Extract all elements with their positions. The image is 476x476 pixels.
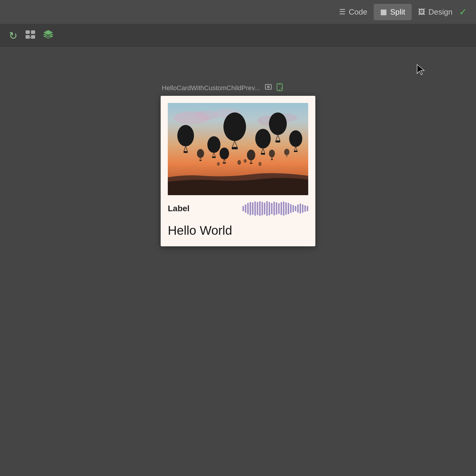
preview-filename: HelloCardWithCustomChildPrev...: [162, 84, 260, 92]
svg-point-51: [247, 150, 255, 160]
svg-rect-42: [212, 156, 216, 158]
svg-point-55: [197, 149, 204, 158]
device-preview-icon[interactable]: [265, 84, 272, 93]
svg-rect-46: [261, 153, 265, 155]
layers-icon[interactable]: [43, 30, 53, 41]
svg-rect-62: [271, 159, 273, 160]
refresh-icon[interactable]: ↻: [9, 30, 17, 42]
wave-bar: [288, 203, 289, 214]
layout-icon[interactable]: [26, 30, 35, 41]
top-toolbar: ☰ Code ▦ Split 🖼 Design ✓: [0, 0, 476, 24]
wave-bar: [297, 204, 299, 213]
wave-bar: [254, 201, 256, 216]
mobile-preview-icon[interactable]: [277, 83, 283, 93]
svg-point-66: [237, 160, 241, 165]
wave-bar: [276, 202, 277, 215]
svg-point-63: [284, 149, 289, 155]
wave-bar: [242, 206, 244, 211]
wave-bar: [283, 201, 284, 216]
wave-bar: [245, 204, 246, 213]
svg-point-35: [289, 130, 302, 147]
svg-point-23: [223, 112, 246, 141]
wave-bar: [252, 202, 253, 215]
wave-bar: [259, 201, 261, 216]
split-mode-button[interactable]: ▦ Split: [374, 4, 412, 20]
svg-point-47: [220, 148, 229, 159]
wave-bar: [262, 202, 263, 215]
preview-label-row: HelloCardWithCustomChildPrev...: [161, 83, 283, 93]
svg-point-67: [244, 159, 247, 163]
wave-bar: [266, 201, 268, 216]
svg-rect-14: [279, 84, 281, 85]
wave-bar: [300, 203, 301, 214]
split-icon: ▦: [380, 8, 387, 16]
mode-buttons: ☰ Code ▦ Split 🖼 Design ✓: [333, 4, 467, 20]
wave-bar: [292, 205, 294, 212]
confirm-icon[interactable]: ✓: [459, 6, 467, 18]
wave-bar: [281, 202, 282, 215]
wave-bar: [247, 203, 249, 214]
wave-bar: [269, 202, 270, 215]
svg-rect-0: [26, 30, 30, 34]
svg-point-43: [255, 129, 271, 148]
card-label: Label: [168, 204, 190, 213]
split-label: Split: [390, 7, 405, 17]
code-label: Code: [349, 7, 367, 17]
design-mode-button[interactable]: 🖼 Design: [412, 4, 459, 20]
svg-rect-50: [223, 162, 226, 164]
svg-point-68: [259, 162, 262, 166]
svg-point-31: [269, 112, 287, 135]
svg-point-39: [207, 136, 220, 153]
wave-bar: [271, 203, 273, 214]
preview-container: HelloCardWithCustomChildPrev...: [161, 83, 315, 246]
wave-bar: [295, 206, 296, 211]
wave-bar: [278, 203, 280, 214]
svg-rect-26: [232, 147, 238, 149]
wave-bar: [257, 202, 258, 215]
svg-point-69: [217, 162, 220, 166]
design-icon: 🖼: [418, 8, 425, 16]
svg-point-12: [268, 86, 269, 87]
wave-bar: [302, 204, 303, 213]
wave-bar: [304, 205, 306, 212]
wave-bar: [290, 204, 292, 213]
design-label: Design: [428, 7, 452, 17]
svg-point-27: [177, 125, 194, 146]
wave-bar: [307, 206, 308, 211]
card-title: Hello World: [168, 223, 308, 238]
code-mode-button[interactable]: ☰ Code: [333, 4, 374, 20]
wave-bar: [273, 202, 275, 215]
card-body: Label Hello World: [161, 195, 315, 246]
wave-bar: [250, 202, 251, 215]
svg-rect-38: [294, 151, 298, 152]
waveform: [242, 201, 308, 216]
svg-rect-30: [184, 151, 188, 153]
svg-rect-34: [275, 140, 280, 143]
svg-rect-58: [200, 160, 202, 161]
card: Label Hello World: [161, 96, 315, 246]
secondary-toolbar: ↻: [0, 24, 476, 48]
card-label-row: Label: [168, 201, 308, 216]
svg-rect-1: [31, 30, 35, 34]
canvas-area: HelloCardWithCustomChildPrev...: [0, 48, 476, 476]
svg-point-15: [279, 90, 280, 90]
wave-bar: [285, 202, 287, 215]
code-icon: ☰: [339, 8, 346, 16]
svg-point-59: [269, 150, 275, 157]
svg-rect-54: [250, 163, 252, 164]
wave-bar: [264, 203, 265, 214]
secondary-toolbar-left: ↻: [9, 30, 53, 42]
card-image: [168, 103, 308, 195]
